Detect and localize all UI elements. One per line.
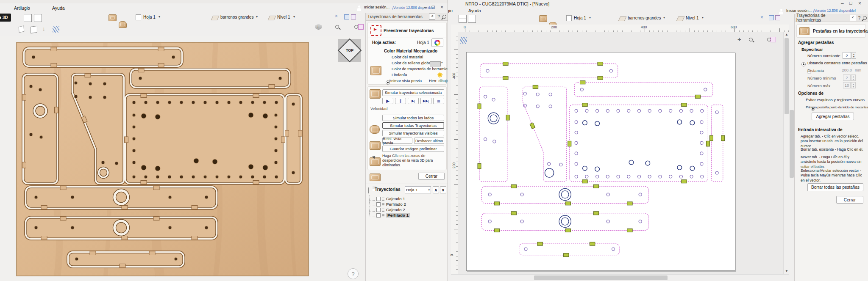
min-number-spinner[interactable]: ▴▾ [851, 74, 856, 81]
simulate-all-sides-button[interactable]: Simular todos los lados [382, 115, 444, 121]
min-number-field[interactable]: 2 [843, 74, 851, 81]
toolpath-label[interactable]: Perfilado 1 [386, 213, 410, 218]
left-titlebar[interactable] [0, 0, 448, 3]
panel-scroll-thumb[interactable] [790, 110, 794, 178]
material-hatch-icon[interactable] [460, 37, 467, 44]
help-icon[interactable]: ? [437, 14, 440, 19]
pause-button[interactable]: ∥ [395, 98, 406, 104]
layout-horizontal-icon[interactable] [459, 15, 467, 23]
pin-icon[interactable] [862, 15, 868, 21]
anchor-down-icon[interactable]: ↓ [42, 25, 45, 32]
minimize-icon[interactable]: – [841, 0, 844, 6]
simulate-all-toolpaths-button[interactable]: Simular todas Trayectorias [382, 122, 444, 129]
pan-tool-icon[interactable]: + [737, 36, 741, 43]
sheet-tilted-icon[interactable] [19, 25, 25, 33]
layout-vertical-icon[interactable] [468, 15, 476, 23]
toolpath-group-select[interactable]: barrenos grandes [628, 16, 661, 20]
move-toolpath-up-button[interactable]: ∧ [433, 186, 439, 193]
chevron-down-icon[interactable]: ▾ [293, 15, 295, 19]
canvas-hscrollbar[interactable] [451, 274, 789, 281]
version-link[interactable]: ¡Versión 12.506 disponible! [813, 8, 856, 13]
add-tabs-button[interactable]: Agregar pestañas [812, 113, 854, 120]
scroll-down-icon[interactable]: ▼ [785, 270, 788, 273]
close-icon[interactable]: × [440, 4, 443, 10]
layout-vertical-icon[interactable] [34, 14, 42, 22]
skip-animation-button[interactable]: ≣ [433, 98, 444, 104]
toolpath-checkbox[interactable] [376, 213, 381, 218]
hscroll-thumb[interactable] [534, 275, 668, 280]
pin-icon[interactable] [442, 14, 447, 19]
zoom-selection-icon[interactable] [748, 37, 754, 43]
constant-number-field[interactable]: 2 [843, 52, 851, 59]
scroll-up-icon[interactable]: ▲ [785, 33, 788, 36]
restore-icon[interactable]: □ [432, 4, 435, 9]
material-block-icon[interactable] [539, 15, 547, 22]
view-top-badge[interactable]: TOP [338, 39, 361, 62]
right-titlebar[interactable]: NTRO - CUG8212079MA DTIC] - [*Nuevo] – □… [448, 0, 868, 8]
sheet-color-button[interactable] [431, 39, 443, 47]
close-tabs-button[interactable]: Cerrar [836, 196, 863, 204]
toolpaths-master-checkbox[interactable] [368, 187, 369, 193]
run-to-end-button[interactable]: ▶▶| [420, 98, 431, 104]
collapse-panel-icon[interactable]: < [850, 15, 856, 21]
constant-number-spinner[interactable]: ▴▾ [851, 52, 856, 59]
save-preview-image-button[interactable]: Guardar Imágen preliminar [382, 146, 444, 152]
zoom-selection-icon[interactable] [335, 25, 341, 30]
material-box-icon[interactable] [31, 26, 37, 33]
view-orient-icon[interactable]: ↓ [315, 24, 323, 32]
level-select[interactable]: Nivel 1 [686, 16, 699, 20]
simulate-visible-button[interactable]: Simular trayectorias visibles [382, 130, 444, 136]
close-icon[interactable]: × [858, 0, 861, 6]
menu-ayuda[interactable]: Ayuda [468, 8, 481, 13]
chevron-down-icon[interactable]: ▾ [589, 16, 591, 19]
snap-toggle-icon[interactable]: × [760, 14, 763, 20]
chevron-down-icon[interactable]: ▾ [159, 15, 160, 19]
help-button[interactable]: ? [348, 268, 359, 279]
sign-in-link[interactable]: Iniciar sesión... [364, 5, 389, 9]
sheet-select[interactable]: Hoja 1 [143, 15, 156, 19]
tab-vista-3d[interactable]: ta 3D [0, 14, 11, 22]
simulate-selected-button[interactable]: Simular trayectoria seleccionada [382, 89, 444, 96]
preview-panel-header[interactable]: Trayectorias de herramientas < ? [366, 13, 448, 21]
restore-icon[interactable]: □ [849, 0, 852, 6]
toolpath-tabs-2d[interactable] [478, 62, 725, 257]
tabs-panel-header[interactable]: Trayectorias de herramientas < ? [795, 14, 868, 22]
snap-guides-icon[interactable] [351, 14, 356, 19]
level-select[interactable]: Nivel 1 [277, 15, 290, 19]
chevron-down-icon[interactable]: ▾ [702, 16, 704, 19]
max-number-spinner[interactable]: ▴▾ [851, 82, 856, 88]
vscroll-thumb[interactable] [785, 38, 789, 114]
fill-color-swatch[interactable] [430, 61, 441, 66]
clear-all-tabs-button[interactable]: Borrar todas las pestañas [807, 183, 863, 191]
step-button[interactable]: ▶| [408, 98, 419, 104]
max-number-field[interactable]: 10 [843, 82, 851, 88]
toolpath-label[interactable]: Cajeado 2 [386, 207, 405, 212]
menu-artilugio[interactable]: Artilugio [448, 8, 453, 13]
spin-down-icon[interactable]: ▾ [853, 78, 854, 80]
snap-grid-icon[interactable] [769, 15, 774, 20]
preview-3d-canvas[interactable] [0, 36, 365, 281]
move-toolpath-down-button[interactable]: ∨ [440, 186, 446, 193]
toolpath-checkbox[interactable] [376, 197, 381, 201]
version-link[interactable]: ¡Versión 12.506 disponible! [392, 6, 435, 10]
reset-preview-button[interactable]: Reini. vista previa [382, 138, 412, 144]
toolpath-checkbox[interactable] [376, 202, 381, 207]
panel-scrollbar[interactable] [789, 23, 794, 281]
material-block-icon[interactable] [108, 14, 117, 21]
distance-field[interactable]: 200.0 [839, 67, 853, 73]
sign-in-link[interactable]: Iniciar sesión... [786, 8, 812, 13]
layout-horizontal-icon[interactable] [24, 14, 32, 22]
snap-toggle-icon[interactable]: × [335, 13, 338, 19]
sheet-select[interactable]: Hoja 1 [574, 16, 586, 20]
collapse-panel-icon[interactable]: < [429, 14, 435, 20]
chevron-down-icon[interactable]: ▾ [256, 15, 258, 19]
material-hatch-icon[interactable] [53, 26, 59, 33]
menu-ayuda[interactable]: Ayuda [52, 6, 65, 11]
spin-down-icon[interactable]: ▾ [853, 55, 854, 58]
undo-last-button[interactable]: Deshacer ultimo [414, 138, 444, 144]
chevron-down-icon[interactable]: ▾ [663, 16, 665, 19]
part-outlines-2d[interactable] [479, 64, 723, 255]
toolpath-label[interactable]: Perfilado 2 [386, 202, 406, 207]
toolpath-label[interactable]: Cajeado 1 [386, 196, 405, 201]
menu-artilugio[interactable]: Artilugio [14, 6, 30, 11]
